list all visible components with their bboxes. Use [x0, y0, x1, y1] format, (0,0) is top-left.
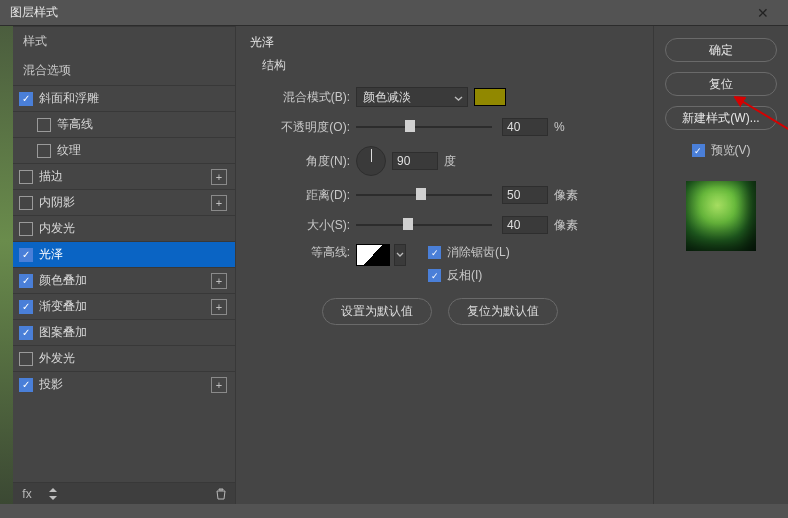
titlebar: 图层样式 ✕	[0, 0, 788, 26]
antialias-row[interactable]: 消除锯齿(L)	[428, 244, 510, 261]
antialias-label: 消除锯齿(L)	[447, 244, 510, 261]
right-column: 确定 复位 新建样式(W)... 预览(V)	[653, 26, 788, 504]
sidebar-item-label: 描边	[39, 168, 211, 185]
angle-unit: 度	[444, 153, 456, 170]
distance-slider[interactable]	[356, 188, 492, 202]
sidebar-item-label: 颜色叠加	[39, 272, 211, 289]
sidebar-item[interactable]: 斜面和浮雕	[13, 85, 235, 111]
style-checkbox[interactable]	[37, 144, 51, 158]
left-color-strip	[0, 26, 13, 504]
group-title: 结构	[262, 57, 643, 74]
dialog-title: 图层样式	[10, 4, 744, 21]
sidebar-styles-header[interactable]: 样式	[13, 26, 235, 56]
style-checkbox[interactable]	[19, 222, 33, 236]
preview-row[interactable]: 预览(V)	[692, 142, 751, 159]
style-checkbox[interactable]	[19, 248, 33, 262]
antialias-checkbox[interactable]	[428, 246, 441, 259]
invert-row[interactable]: 反相(I)	[428, 267, 510, 284]
chevron-down-icon	[454, 92, 463, 106]
sidebar-item-label: 纹理	[57, 142, 227, 159]
size-unit: 像素	[554, 217, 578, 234]
arrow-updown-icon[interactable]	[45, 486, 61, 502]
sidebar-footer: fx	[13, 482, 235, 504]
opacity-unit: %	[554, 120, 565, 134]
add-effect-button[interactable]: +	[211, 299, 227, 315]
angle-label: 角度(N):	[252, 153, 350, 170]
new-style-button[interactable]: 新建样式(W)...	[665, 106, 777, 130]
distance-label: 距离(D):	[252, 187, 350, 204]
preview-thumbnail	[686, 181, 756, 251]
blend-mode-value: 颜色减淡	[363, 89, 411, 106]
add-effect-button[interactable]: +	[211, 377, 227, 393]
sidebar-item-label: 内阴影	[39, 194, 211, 211]
add-effect-button[interactable]: +	[211, 273, 227, 289]
angle-dial[interactable]	[356, 146, 386, 176]
style-checkbox[interactable]	[19, 92, 33, 106]
distance-input[interactable]: 50	[502, 186, 548, 204]
sidebar-item-label: 斜面和浮雕	[39, 90, 227, 107]
blend-mode-select[interactable]: 颜色减淡	[356, 87, 468, 107]
blend-mode-label: 混合模式(B):	[252, 89, 350, 106]
sidebar-item[interactable]: 图案叠加	[13, 319, 235, 345]
sidebar-item-label: 内发光	[39, 220, 227, 237]
sidebar-blend-options[interactable]: 混合选项	[13, 56, 235, 85]
styles-sidebar: 样式 混合选项 斜面和浮雕等高线纹理描边+内阴影+内发光光泽颜色叠加+渐变叠加+…	[13, 26, 235, 504]
sidebar-item-label: 图案叠加	[39, 324, 227, 341]
panel-title: 光泽	[250, 34, 643, 51]
reset-button[interactable]: 复位	[665, 72, 777, 96]
layer-style-dialog: 图层样式 ✕ 样式 混合选项 斜面和浮雕等高线纹理描边+内阴影+内发光光泽颜色叠…	[0, 0, 788, 518]
sidebar-item-label: 等高线	[57, 116, 227, 133]
style-checkbox[interactable]	[19, 326, 33, 340]
trash-icon[interactable]	[213, 486, 229, 502]
sidebar-item[interactable]: 渐变叠加+	[13, 293, 235, 319]
size-slider[interactable]	[356, 218, 492, 232]
sidebar-item[interactable]: 内发光	[13, 215, 235, 241]
reset-default-button[interactable]: 复位为默认值	[448, 298, 558, 325]
size-input[interactable]: 40	[502, 216, 548, 234]
color-swatch[interactable]	[474, 88, 506, 106]
sidebar-list: 斜面和浮雕等高线纹理描边+内阴影+内发光光泽颜色叠加+渐变叠加+图案叠加外发光投…	[13, 85, 235, 482]
sidebar-item[interactable]: 描边+	[13, 163, 235, 189]
style-checkbox[interactable]	[19, 274, 33, 288]
sidebar-item-label: 外发光	[39, 350, 227, 367]
invert-checkbox[interactable]	[428, 269, 441, 282]
style-checkbox[interactable]	[37, 118, 51, 132]
add-effect-button[interactable]: +	[211, 195, 227, 211]
add-effect-button[interactable]: +	[211, 169, 227, 185]
style-checkbox[interactable]	[19, 378, 33, 392]
size-label: 大小(S):	[252, 217, 350, 234]
close-button[interactable]: ✕	[744, 2, 782, 24]
contour-label: 等高线:	[252, 244, 350, 261]
sidebar-item[interactable]: 颜色叠加+	[13, 267, 235, 293]
sidebar-item-label: 投影	[39, 376, 211, 393]
invert-label: 反相(I)	[447, 267, 482, 284]
style-checkbox[interactable]	[19, 196, 33, 210]
sidebar-item-label: 渐变叠加	[39, 298, 211, 315]
fx-icon[interactable]: fx	[19, 486, 35, 502]
sidebar-item[interactable]: 投影+	[13, 371, 235, 397]
style-checkbox[interactable]	[19, 170, 33, 184]
close-icon: ✕	[757, 5, 769, 21]
sidebar-item[interactable]: 外发光	[13, 345, 235, 371]
ok-button[interactable]: 确定	[665, 38, 777, 62]
contour-caret[interactable]	[394, 244, 406, 266]
distance-unit: 像素	[554, 187, 578, 204]
preview-label: 预览(V)	[711, 142, 751, 159]
sidebar-item[interactable]: 等高线	[13, 111, 235, 137]
opacity-label: 不透明度(O):	[252, 119, 350, 136]
opacity-input[interactable]: 40	[502, 118, 548, 136]
opacity-slider[interactable]	[356, 120, 492, 134]
sidebar-item[interactable]: 纹理	[13, 137, 235, 163]
style-checkbox[interactable]	[19, 352, 33, 366]
sidebar-item[interactable]: 内阴影+	[13, 189, 235, 215]
contour-picker[interactable]	[356, 244, 390, 266]
sidebar-item-label: 光泽	[39, 246, 227, 263]
settings-panel: 光泽 结构 混合模式(B): 颜色减淡 不透明度(O):	[235, 26, 653, 504]
angle-input[interactable]: 90	[392, 152, 438, 170]
preview-checkbox[interactable]	[692, 144, 705, 157]
set-default-button[interactable]: 设置为默认值	[322, 298, 432, 325]
sidebar-item[interactable]: 光泽	[13, 241, 235, 267]
style-checkbox[interactable]	[19, 300, 33, 314]
